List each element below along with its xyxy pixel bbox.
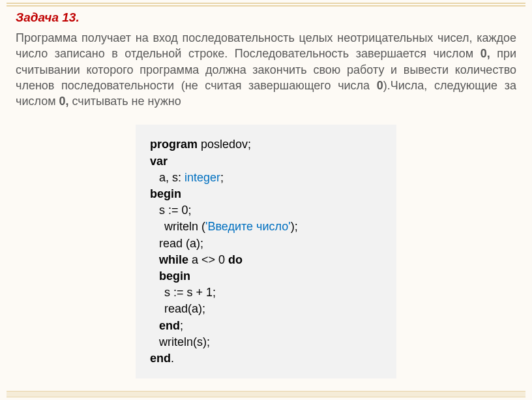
kw-end: end [159,319,180,332]
code-line-2: var [150,153,382,170]
desc-bold-1: 0, [480,47,490,60]
kw-end: end [150,352,171,365]
code-text: a, s: [159,171,185,184]
code-text: s := s + [164,286,206,299]
code-text: ); [291,220,298,233]
code-line-9: begin [150,268,382,285]
kw-while: while [159,253,188,266]
kw-do: do [228,253,243,266]
kw-var: var [150,155,168,168]
code-text: read(a); [164,302,205,315]
kw-begin: begin [159,269,190,283]
code-line-5: s := 0; [150,202,382,219]
code-line-14: end. [150,350,382,367]
num-0: 0 [182,204,188,217]
num-1: 1 [206,286,213,299]
code-line-11: read(a); [150,301,382,317]
type-integer: integer [185,171,220,184]
desc-text-1: Программа получает на вход последователь… [16,31,516,60]
code-text: writeln ( [164,220,205,233]
desc-text-4: считывать не нужно [69,95,181,108]
code-line-3: a, s: integer; [150,170,382,186]
code-line-6: writeln ('Введите число'); [150,219,382,235]
code-block: program posledov; var a, s: integer; beg… [136,125,396,378]
code-text: s := [159,204,182,217]
code-line-4: begin [150,186,382,202]
code-line-10: s := s + 1; [150,285,382,301]
num-0: 0 [218,253,225,266]
code-text: posledov; [198,138,251,151]
code-text: read (a); [159,237,203,250]
desc-bold-3: 0, [59,95,69,108]
content-area: Задача 13. Программа получает на вход по… [0,7,532,378]
code-text: a <> [188,253,218,266]
string-literal: 'Введите число' [205,220,291,233]
code-line-1: program posledov; [150,136,382,153]
code-line-8: while a <> 0 do [150,252,382,268]
desc-bold-2: 0 [377,79,383,92]
task-description: Программа получает на вход последователь… [16,30,516,109]
code-text: ; [188,204,192,217]
bottom-divider [7,391,525,397]
kw-begin: begin [150,187,181,200]
kw-program: program [150,138,198,151]
code-line-7: read (a); [150,236,382,252]
code-text: ; [180,319,183,332]
code-text: ; [220,171,224,184]
task-title: Задача 13. [16,10,516,25]
code-text: . [171,352,174,365]
code-line-13: writeln(s); [150,334,382,350]
code-text: writeln(s); [159,335,210,348]
code-text: ; [213,286,216,299]
code-line-12: end; [150,318,382,334]
